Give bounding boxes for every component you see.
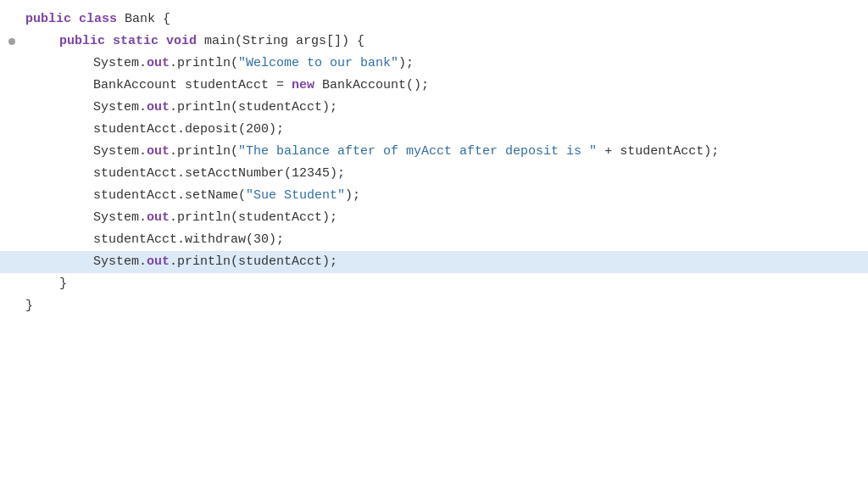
code-content: studentAcct.deposit(200); xyxy=(25,120,868,140)
token-bold-out: out xyxy=(147,144,170,159)
token-plain: .println( xyxy=(170,144,238,159)
token-plain: ); xyxy=(345,188,360,203)
token-plain: BankAccount(); xyxy=(314,78,429,92)
token-plain: } xyxy=(25,299,33,313)
token-plain: + studentAcct); xyxy=(597,144,719,159)
code-line: studentAcct.setName("Sue Student"); xyxy=(0,185,868,207)
code-line: } xyxy=(0,273,868,295)
token-plain: studentAcct.deposit(200); xyxy=(93,122,284,137)
line-dot xyxy=(8,38,17,45)
code-line: studentAcct.deposit(200); xyxy=(0,119,868,141)
code-line: public class Bank { xyxy=(0,8,868,31)
token-kw: new xyxy=(292,78,314,92)
token-str: "The balance after of myAcct after depos… xyxy=(238,144,597,159)
token-plain: System. xyxy=(93,254,147,269)
code-line: studentAcct.withdraw(30); xyxy=(0,229,868,251)
token-plain: System. xyxy=(93,210,147,225)
code-content: studentAcct.withdraw(30); xyxy=(25,230,868,250)
token-plain: } xyxy=(59,277,67,291)
code-line: } xyxy=(0,295,868,317)
code-content: System.out.println(studentAcct); xyxy=(25,208,868,228)
code-line: System.out.println(studentAcct); xyxy=(0,97,868,119)
token-kw: class xyxy=(79,12,117,26)
token-plain: Bank { xyxy=(117,12,170,26)
token-plain: BankAccount studentAcct = xyxy=(93,78,292,92)
code-content: } xyxy=(25,274,868,294)
token-kw: public xyxy=(25,12,71,26)
token-plain: .println(studentAcct); xyxy=(170,254,337,269)
code-line: System.out.println("The balance after of… xyxy=(0,141,868,163)
code-content: System.out.println(studentAcct); xyxy=(25,98,868,118)
token-plain: ); xyxy=(398,56,414,70)
token-bold-out: out xyxy=(147,254,170,269)
token-kw: static xyxy=(113,34,159,48)
code-content: System.out.println("The balance after of… xyxy=(25,142,868,162)
token-plain: System. xyxy=(93,100,147,115)
token-kw: public xyxy=(59,34,105,48)
code-line: System.out.println(studentAcct); xyxy=(0,207,868,229)
code-content: BankAccount studentAcct = new BankAccoun… xyxy=(25,75,868,96)
code-editor: public class Bank {public static void ma… xyxy=(0,0,868,486)
token-plain: .println(studentAcct); xyxy=(170,210,337,225)
code-content: } xyxy=(25,296,868,316)
token-plain xyxy=(159,34,166,48)
token-plain: System. xyxy=(93,56,147,70)
token-bold-out: out xyxy=(147,100,170,115)
token-plain: .println(studentAcct); xyxy=(170,100,337,115)
code-line: studentAcct.setAcctNumber(12345); xyxy=(0,163,868,185)
token-plain xyxy=(71,12,79,26)
token-plain: main(String args[]) { xyxy=(197,34,364,48)
code-content: System.out.println(studentAcct); xyxy=(25,252,868,272)
token-bold-out: out xyxy=(147,56,170,70)
token-plain: studentAcct.withdraw(30); xyxy=(93,232,284,247)
code-line: BankAccount studentAcct = new BankAccoun… xyxy=(0,75,868,97)
code-content: public static void main(String args[]) { xyxy=(25,31,868,52)
code-content: studentAcct.setName("Sue Student"); xyxy=(25,186,868,206)
token-str: "Sue Student" xyxy=(246,188,345,203)
token-str: "Welcome to our bank" xyxy=(238,56,398,70)
token-plain: .println( xyxy=(170,56,238,70)
code-line: System.out.println("Welcome to our bank"… xyxy=(0,53,868,75)
token-bold-out: out xyxy=(147,210,170,225)
code-line: public static void main(String args[]) { xyxy=(0,31,868,53)
token-plain: studentAcct.setName( xyxy=(93,188,246,203)
token-kw: void xyxy=(166,34,197,48)
token-plain: System. xyxy=(93,144,147,159)
code-content: public class Bank { xyxy=(25,9,868,30)
code-content: System.out.println("Welcome to our bank"… xyxy=(25,53,868,74)
code-content: studentAcct.setAcctNumber(12345); xyxy=(25,164,868,184)
token-plain: studentAcct.setAcctNumber(12345); xyxy=(93,166,345,181)
code-line: System.out.println(studentAcct); xyxy=(0,251,868,273)
token-plain xyxy=(105,34,113,48)
